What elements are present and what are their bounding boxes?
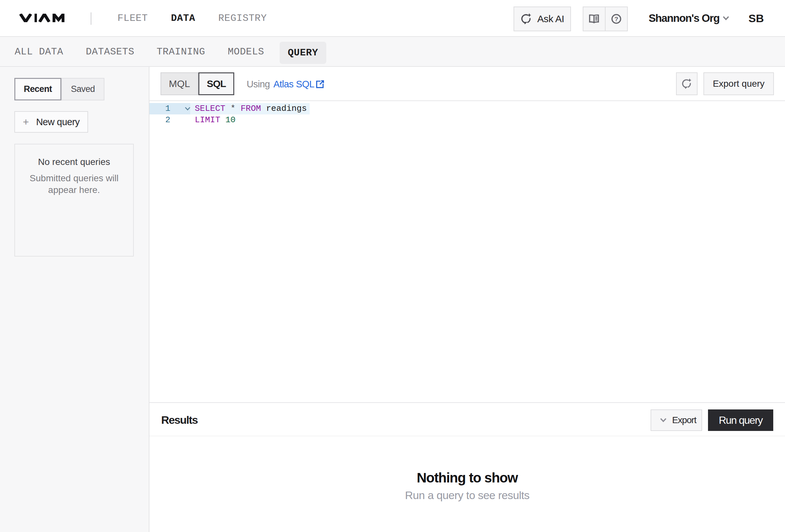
svg-text:?: ? xyxy=(614,16,618,23)
